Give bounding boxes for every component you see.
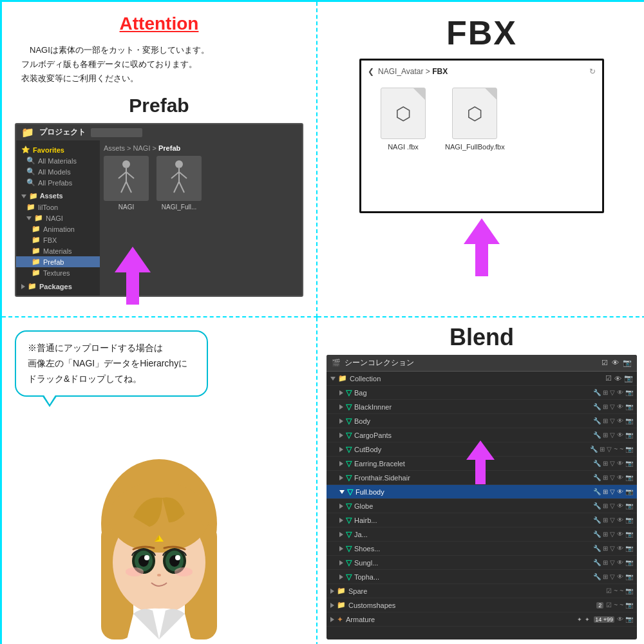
arrow-body [126, 272, 139, 305]
bottom-left-panel: ※普通にアップロードする場合は 画像左の「NAGI」データをHierarchyに… [2, 317, 317, 644]
sidebar-favorites: ⭐Favorites [16, 144, 100, 155]
sidebar-fbx[interactable]: 📁FBX [16, 234, 100, 245]
fbx-file-nagi[interactable]: ⬡ NAGI .fbx [381, 88, 426, 151]
prefab-search-input[interactable] [91, 128, 142, 137]
blend-row-hairb[interactable]: ▽ Hairb... 🔧⊞▽👁📷 [327, 513, 637, 527]
3d-box-icon: ⬡ [395, 103, 411, 124]
speech-bubble: ※普通にアップロードする場合は 画像左の「NAGI」データをHierarchyに… [15, 330, 208, 397]
svg-line-2 [118, 172, 126, 178]
blend-row-armature[interactable]: ✦ Armature ✦ ✦ 14 +99 👁📷 [327, 612, 637, 627]
sidebar-assets: 📁 Assets [16, 191, 100, 202]
bottom-right-panel: Blend 🎬 シーンコレクション ☑ 👁 📷 📁 Collection [317, 317, 644, 644]
customshapes-badge: 2 [596, 602, 603, 609]
svg-point-30 [175, 567, 193, 576]
prefab-item-nagi-full[interactable]: NAGI_Full... [156, 156, 202, 211]
blend-row-blackinnner[interactable]: ▽ BlackInnner 🔧⊞▽👁📷 [327, 400, 637, 414]
prefab-sidebar: ⭐Favorites 🔍All Materials 🔍All Models 🔍A… [16, 140, 100, 296]
armature-icon3: ✦ [585, 616, 590, 623]
svg-line-10 [174, 182, 179, 193]
sidebar-nagi[interactable]: 📁NAGI [16, 213, 100, 223]
svg-point-6 [175, 160, 183, 168]
prefab-pink-arrow [115, 247, 151, 305]
fbx-fullbody-icon: ⬡ [452, 88, 497, 139]
fbx-arrow-body [475, 244, 488, 276]
nav-back-icon[interactable]: ❮ [368, 67, 374, 76]
eye-icon: 👁 [614, 375, 621, 383]
fbx-breadcrumb: NAGI_Avatar > FBX [378, 67, 448, 76]
sidebar-prefab[interactable]: 📁Prefab [16, 256, 100, 267]
svg-point-24 [144, 555, 149, 560]
main-container: Attention NAGIは素体の一部をカット・変形しています。 フルボディ版… [0, 0, 644, 644]
fbx-title: FBX [446, 14, 517, 52]
svg-line-3 [126, 172, 134, 178]
blend-row-topha[interactable]: ▽ Topha... 🔧⊞▽👁📷 [327, 570, 637, 584]
sidebar-animation[interactable]: 📁Animation [16, 223, 100, 234]
wrench-icon: 🔧 [593, 389, 601, 396]
prefab-item-nagi[interactable]: NAGI [104, 156, 149, 211]
blend-header: 🎬 シーンコレクション ☑ 👁 📷 [327, 355, 637, 372]
svg-point-0 [122, 160, 130, 168]
blend-row-customshapes[interactable]: 📁 Customshapes 2 ☑~~📷 [327, 598, 637, 612]
prefab-items: NAGI [104, 156, 298, 211]
blend-row-ja[interactable]: ▽ Ja... 🔧⊞▽👁📷 [327, 527, 637, 542]
fbx-file-fullbody[interactable]: ⬡ NAGI_FullBody.fbx [445, 88, 505, 151]
sidebar-materials[interactable]: 📁Materials [16, 245, 100, 256]
fbx-arrow-head [464, 218, 500, 244]
fbx-panel: ❮ NAGI_Avatar > FBX ↻ ⬡ NAGI .fbx [359, 59, 604, 213]
armature-icon2: ✦ [577, 616, 582, 623]
sidebar-all-materials[interactable]: 🔍All Materials [16, 155, 100, 166]
arrow-head [115, 247, 151, 272]
blend-panel: 🎬 シーンコレクション ☑ 👁 📷 📁 Collection ☑ 👁 [327, 355, 637, 639]
sidebar-liltoon[interactable]: 📁lilToon [16, 202, 100, 213]
fbx-pink-arrow [464, 218, 500, 276]
prefab-body: ⭐Favorites 🔍All Materials 🔍All Models 🔍A… [16, 140, 302, 296]
fbx-nagi-icon: ⬡ [381, 88, 426, 139]
eye-icon: 👁 [617, 389, 623, 396]
bag-mesh-icon: ▽ [346, 388, 352, 397]
grid-icon: ⊞ [603, 389, 608, 396]
folder-icon: 📁 [21, 126, 34, 138]
refresh-icon[interactable]: ↻ [589, 67, 596, 76]
blend-row-body[interactable]: ▽ Body 🔧⊞▽👁📷 [327, 414, 637, 428]
svg-point-26 [157, 574, 161, 576]
svg-point-29 [126, 567, 144, 576]
blend-row-sungl[interactable]: ▽ Sungl... 🔧⊞▽👁📷 [327, 556, 637, 570]
prefab-title: Prefab [15, 95, 303, 117]
blend-title: Blend [327, 324, 637, 351]
collection-expand [330, 377, 336, 381]
prefab-nagi-full-label: NAGI_Full... [162, 204, 196, 211]
blend-row-globe[interactable]: ▽ Globe 🔧⊞▽👁📷 [327, 499, 637, 513]
blend-cam-header-icon: 📷 [623, 359, 632, 367]
sidebar-all-models[interactable]: 🔍All Models [16, 166, 100, 177]
check-icon: ☑ [605, 374, 612, 383]
cam-icon: 📷 [625, 389, 633, 396]
bag-expand [339, 390, 343, 395]
svg-line-8 [171, 172, 179, 178]
blend-row-shoes[interactable]: ▽ Shoes... 🔧⊞▽👁📷 [327, 542, 637, 556]
armature-badge: 14 +99 [594, 616, 614, 623]
blend-eye-header-icon: 👁 [612, 359, 619, 367]
blend-row-fullbody[interactable]: ▽ Full.body 🔧⊞▽👁📷 [327, 485, 637, 499]
svg-line-11 [179, 182, 184, 193]
3d-box-icon-2: ⬡ [467, 103, 482, 124]
blend-row-collection[interactable]: 📁 Collection ☑ 👁 📷 [327, 372, 637, 386]
prefab-toolbar: 📁 プロジェクト [16, 124, 302, 140]
fbx-nagi-label: NAGI .fbx [388, 143, 419, 151]
attention-text: NAGIは素体の一部をカット・変形しています。 フルボディ版も各種データに収めて… [21, 43, 303, 86]
sidebar-packages: 📁Packages [16, 281, 100, 292]
fbx-files: ⬡ NAGI .fbx ⬡ NAGI_FullBody.fbx [368, 81, 596, 205]
blend-row-bag[interactable]: ▽ Bag 🔧 ⊞ ▽ 👁 📷 [327, 386, 637, 400]
sidebar-textures[interactable]: 📁Textures [16, 267, 100, 278]
blend-row-spare[interactable]: 📁 Spare ☑~~📷 [327, 584, 637, 598]
fbx-toolbar: ❮ NAGI_Avatar > FBX ↻ [368, 67, 596, 76]
filter-icon: ▽ [610, 389, 615, 396]
blend-check-icon: ☑ [601, 359, 608, 367]
sidebar-all-prefabs[interactable]: 🔍All Prefabs [16, 177, 100, 188]
blend-pink-arrow [466, 440, 495, 484]
svg-line-4 [121, 182, 126, 193]
armature-icon: ✦ [337, 615, 343, 624]
svg-line-5 [126, 182, 131, 193]
top-right-panel: FBX ❮ NAGI_Avatar > FBX ↻ ⬡ NAGI .fbx [317, 2, 644, 317]
prefab-thumb-nagi-full [156, 156, 202, 201]
prefab-nagi-label: NAGI [118, 204, 134, 211]
